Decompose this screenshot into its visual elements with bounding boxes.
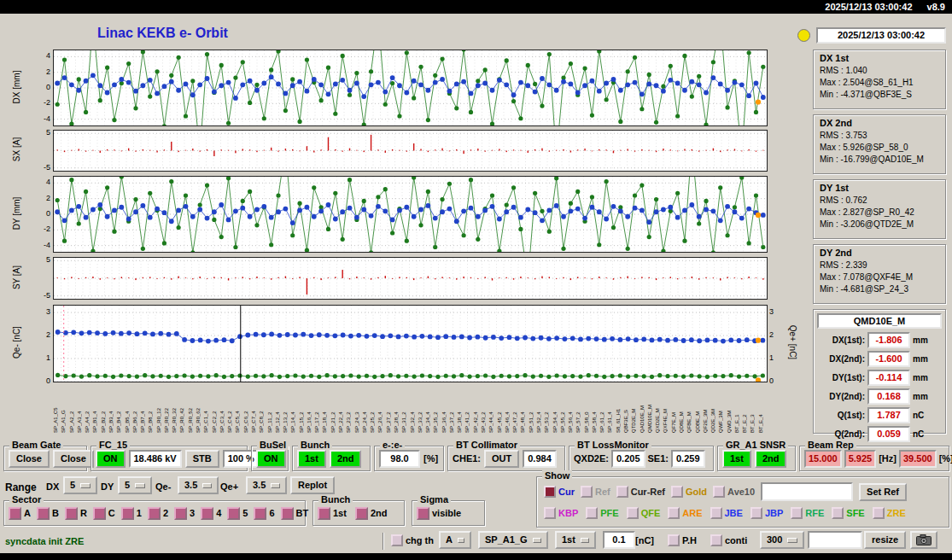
sx-plot bbox=[54, 131, 767, 171]
show-checkbox-gold[interactable]: Gold bbox=[671, 486, 707, 498]
stats-max: Max : 2.827@SP_R0_42 bbox=[820, 207, 945, 217]
resize-button[interactable]: resize bbox=[864, 531, 906, 549]
row-label: DX(2nd): bbox=[817, 354, 865, 364]
checkbox-indicator bbox=[713, 486, 725, 498]
ref-file-input[interactable] bbox=[761, 482, 853, 501]
sector-toggle-bt[interactable]: BT bbox=[281, 507, 309, 520]
interval-select[interactable]: 300 bbox=[760, 531, 804, 549]
che1-out-button[interactable]: OUT bbox=[484, 450, 519, 468]
sector-toggle-3[interactable]: 3 bbox=[174, 507, 195, 520]
status-led bbox=[797, 29, 810, 42]
show-checkbox-rfe[interactable]: RFE bbox=[791, 507, 824, 519]
show-checkbox-sfe[interactable]: SFE bbox=[832, 507, 864, 519]
charge-chart: 33221100 bbox=[53, 305, 768, 382]
stats-min: Min : -16.799@QAD10E_M bbox=[820, 155, 945, 164]
bt-collimator-group: BT Collimator CHE1: OUT 0.984 bbox=[447, 446, 565, 471]
gr-snsr-1st-button[interactable]: 1st bbox=[722, 450, 751, 468]
range-qem-label: Qe- bbox=[155, 481, 171, 492]
show-checkbox-label: Cur bbox=[558, 487, 575, 497]
option-menu-indicator bbox=[787, 538, 797, 543]
stats-rms: RMS : 0.762 bbox=[820, 195, 945, 205]
sigma-visible-toggle[interactable]: visible bbox=[417, 507, 461, 520]
sector-toggle-label: B bbox=[52, 508, 59, 518]
bpm-select[interactable]: SP_A1_G bbox=[478, 531, 548, 549]
show-checkbox-kbp[interactable]: KBP bbox=[544, 507, 578, 519]
aux-input[interactable] bbox=[808, 531, 862, 549]
show-checkbox-jbp[interactable]: JBP bbox=[751, 507, 783, 519]
bpm-label: SP_55_2 bbox=[560, 384, 566, 433]
range-dy-select[interactable]: 5 bbox=[118, 476, 152, 494]
chg-th-checkbox[interactable]: chg th bbox=[391, 534, 434, 546]
sector-toggle-a[interactable]: A bbox=[9, 507, 31, 520]
conti-checkbox[interactable]: conti bbox=[710, 534, 747, 546]
titlebar-version: v8.9 bbox=[927, 2, 945, 12]
row-unit: mm bbox=[913, 335, 928, 345]
show-checkbox-zre[interactable]: ZRE bbox=[873, 507, 906, 519]
sector-toggle-2[interactable]: 2 bbox=[148, 507, 168, 520]
bpm-label: SP_38_4 bbox=[457, 384, 463, 433]
bpm-label: SP_24_3 bbox=[354, 384, 360, 433]
axis-tick: 1 bbox=[30, 353, 50, 362]
show-checkbox-cur-ref[interactable]: Cur-Ref bbox=[616, 486, 665, 498]
sector-toggle-label: A bbox=[24, 508, 31, 518]
stats-min: Min : -4.681@SP_24_3 bbox=[820, 284, 945, 294]
beam-rep-group: Beam Rep 15.000 5.925 [Hz] 39.500 [%] bbox=[799, 446, 949, 471]
sector-toggle-r[interactable]: R bbox=[65, 507, 87, 520]
show-checkbox-cur[interactable]: Cur bbox=[544, 486, 575, 498]
fc15-stb-button[interactable]: STB bbox=[185, 450, 219, 468]
fc15-on-button[interactable]: ON bbox=[96, 450, 126, 468]
set-ref-button[interactable]: Set Ref bbox=[859, 483, 907, 501]
beam-gate-close-1-button[interactable]: Close bbox=[9, 450, 50, 468]
bunch-1st-button[interactable]: 1st bbox=[297, 450, 326, 468]
sector-toggle-label: 1 bbox=[137, 508, 142, 518]
bpm-label: QFBE_M bbox=[686, 384, 692, 433]
conti-label: conti bbox=[725, 535, 747, 545]
bpm-label: SP_R0_32 bbox=[172, 384, 178, 433]
ph-checkbox[interactable]: P.H bbox=[668, 534, 697, 546]
sy-steering-chart: 5-5 bbox=[53, 257, 768, 300]
sector-toggle-b[interactable]: B bbox=[37, 507, 59, 520]
show-checkbox-ref[interactable]: Ref bbox=[581, 486, 610, 498]
sector-toggle-label: C bbox=[108, 508, 115, 518]
range-dx-value: 5 bbox=[70, 481, 75, 490]
bunch-toggle-2nd[interactable]: 2nd bbox=[355, 507, 388, 520]
show-group: Show CurRefCur-RefGoldAve10 Set Ref KBPP… bbox=[536, 476, 949, 528]
range-dx-select[interactable]: 5 bbox=[63, 476, 97, 494]
axis-tick: -5 bbox=[30, 291, 50, 300]
threshold-input[interactable]: 0.1 bbox=[603, 531, 635, 549]
busel-on-button[interactable]: ON bbox=[256, 450, 286, 468]
range-qep-select[interactable]: 3.5 bbox=[246, 476, 287, 494]
beam-gate-close-2-button[interactable]: Close bbox=[53, 450, 94, 468]
sx-steering-chart: 5-5 bbox=[53, 130, 768, 172]
axis-tick: 2 bbox=[769, 330, 785, 339]
beam-gate-group: Beam Gate Close Close bbox=[3, 446, 87, 471]
gr-snsr-2nd-button[interactable]: 2nd bbox=[755, 450, 787, 468]
screenshot-button[interactable] bbox=[910, 531, 937, 549]
bunch-2nd-button[interactable]: 2nd bbox=[330, 450, 362, 468]
se1-label: SE1: bbox=[648, 453, 669, 464]
range-qem-select[interactable]: 3.5 bbox=[178, 476, 219, 494]
bunch-select[interactable]: 1st bbox=[555, 531, 596, 549]
show-checkbox-ave10[interactable]: Ave10 bbox=[713, 486, 755, 498]
sector-toggle-6[interactable]: 6 bbox=[254, 507, 274, 520]
bpm-label: SP_11_2 bbox=[267, 384, 273, 433]
sector-toggle-1[interactable]: 1 bbox=[121, 507, 142, 520]
option-menu-indicator bbox=[533, 538, 541, 543]
sector-select[interactable]: A bbox=[439, 531, 471, 549]
range-qem-value: 3.5 bbox=[184, 481, 197, 490]
show-checkbox-pfe[interactable]: PFE bbox=[586, 507, 618, 519]
checkbox-indicator bbox=[832, 507, 844, 519]
row-label: DY(2nd): bbox=[817, 392, 865, 401]
toggle-indicator bbox=[148, 507, 161, 520]
show-checkbox-are[interactable]: ARE bbox=[668, 507, 702, 519]
sector-toggle-5[interactable]: 5 bbox=[227, 507, 248, 520]
sector-toggle-4[interactable]: 4 bbox=[201, 507, 221, 520]
selected-bpm-panel: QMD10E_M DX(1st): -1.806 mm DX(2nd): -1.… bbox=[813, 309, 946, 434]
sector-toggle-c[interactable]: C bbox=[93, 507, 115, 520]
replot-button[interactable]: Replot bbox=[290, 476, 335, 494]
bpm-label: SP_47_2 bbox=[512, 384, 518, 433]
bpm-label: SP_C2_2 bbox=[212, 384, 218, 433]
show-checkbox-qfe[interactable]: QFE bbox=[627, 507, 661, 519]
show-checkbox-jbe[interactable]: JBE bbox=[710, 507, 743, 519]
bunch-toggle-1st[interactable]: 1st bbox=[318, 507, 347, 520]
